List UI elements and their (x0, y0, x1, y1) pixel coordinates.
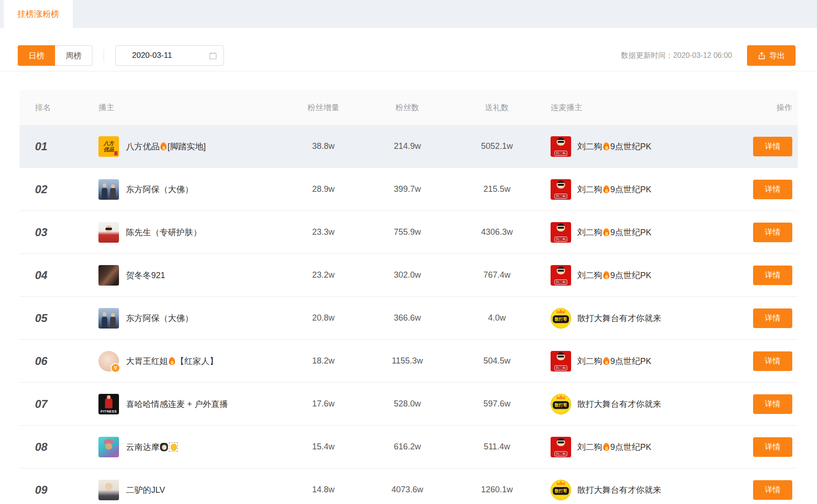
rank-number: 06 (20, 355, 81, 368)
table-row: 06 V 大胃王红姐【红家人】 18.2w 1155.3w 504.5w 刘二狗… (20, 340, 798, 383)
link-host-name: 刘二狗9点世纪PK (577, 227, 651, 238)
avatar-label: 刘二狗 (555, 451, 567, 456)
link-host-name: 刘二狗9点世纪PK (577, 356, 651, 367)
text-segment: 大胃王红姐 (126, 356, 168, 367)
rank-number: 01 (20, 140, 81, 153)
gifts-value: 504.5w (449, 356, 545, 366)
fans-gain-value: 38.8w (281, 141, 365, 151)
detail-button[interactable]: 详情 (753, 394, 792, 414)
woman-emoji (160, 443, 168, 451)
link-host-avatar: 刘二狗 (551, 179, 571, 200)
avatar-label: 散打哥 (553, 315, 569, 323)
export-button[interactable]: 导出 (747, 45, 796, 66)
gifts-value: 511.4w (449, 442, 545, 452)
detail-button[interactable]: 详情 (753, 266, 792, 285)
fire-emoji (603, 142, 609, 150)
text-segment: 东方阿保（大佛） (126, 313, 193, 324)
controls-bar: 日榜 周榜 2020-03-11 数据更新时间：2020-03-12 06:00 (18, 45, 796, 66)
export-label: 导出 (769, 50, 785, 61)
rank-number: 02 (20, 183, 81, 196)
fire-emoji (603, 357, 609, 365)
avatar-label: 刘二狗 (555, 151, 567, 156)
detail-button[interactable]: 详情 (753, 308, 792, 328)
host-avatar: FITNESS (98, 394, 119, 414)
detail-button[interactable]: 详情 (753, 437, 792, 457)
daily-rank-button[interactable]: 日榜 (18, 45, 55, 66)
avatar-label: FITNESS (98, 409, 119, 413)
text-segment: 刘二狗 (577, 270, 602, 281)
fire-emoji (603, 185, 609, 193)
link-host-avatar: 刘二狗 (551, 265, 571, 286)
avatar-label: 刘二狗 (555, 280, 567, 285)
gifts-value: 4.0w (449, 313, 545, 323)
host-name: 东方阿保（大佛） (126, 184, 193, 195)
table-row: 05 东方阿保（大佛） 20.8w 366.6w 4.0w 散打哥 散打大舞台有… (20, 297, 798, 340)
table-row: 07 FITNESS 喜哈哈情感连麦 + 户外直播 17.6w 528.0w 5… (20, 383, 798, 426)
link-host-name: 刘二狗9点世纪PK (577, 441, 651, 453)
rank-number: 05 (20, 312, 81, 325)
host-name: 八方优品[脚踏实地] (126, 141, 206, 152)
fans-gain-value: 23.2w (281, 270, 365, 280)
gifts-value: 1260.1w (449, 485, 545, 495)
text-segment: 二驴的JLV (126, 484, 165, 496)
detail-button[interactable]: 详情 (753, 180, 792, 199)
text-segment: 9点世纪PK (610, 141, 651, 152)
ranking-table: 排名 播主 粉丝增量 粉丝数 送礼数 连麦播主 操作 01 八方优品 八方优品[… (20, 90, 798, 504)
fans-gain-value: 15.4w (281, 442, 365, 452)
host-name: 喜哈哈情感连麦 + 户外直播 (126, 399, 228, 410)
text-segment: 散打大舞台有才你就来 (577, 313, 661, 324)
table-header-row: 排名 播主 粉丝增量 粉丝数 送礼数 连麦播主 操作 (20, 90, 798, 125)
detail-button[interactable]: 详情 (753, 223, 792, 242)
link-host-name: 刘二狗9点世纪PK (577, 184, 651, 195)
host-avatar: 八方优品 (98, 136, 119, 157)
fans-count-value: 528.0w (365, 399, 449, 409)
table-body: 01 八方优品 八方优品[脚踏实地] 38.8w 214.9w 5052.1w … (20, 125, 798, 504)
text-segment: 八方优品 (126, 141, 160, 152)
text-segment: 陈先生（专研护肤） (126, 227, 202, 238)
table-row: 08 云南达摩 15.4w 616.2w 511.4w 刘二狗 刘二狗9点世纪P… (20, 426, 798, 469)
vertical-divider (104, 49, 104, 62)
link-host-avatar: 散打哥 (551, 308, 571, 329)
fans-count-value: 755.9w (365, 227, 449, 237)
weekly-rank-button[interactable]: 周榜 (55, 45, 92, 66)
update-time: 数据更新时间：2020-03-12 06:00 (621, 51, 732, 61)
text-segment: 刘二狗 (577, 141, 602, 152)
avatar-label: 八方优品 (102, 140, 116, 153)
host-avatar (98, 480, 119, 500)
text-segment: 贺冬冬921 (126, 270, 165, 281)
rank-number: 04 (20, 269, 81, 282)
detail-button[interactable]: 详情 (753, 137, 792, 156)
header-gifts: 送礼数 (449, 102, 545, 113)
host-avatar (98, 437, 119, 457)
text-segment: 刘二狗 (577, 441, 602, 453)
header-rank: 排名 (20, 102, 81, 113)
table-row: 01 八方优品 八方优品[脚踏实地] 38.8w 214.9w 5052.1w … (20, 125, 798, 168)
text-segment: 9点世纪PK (610, 270, 651, 281)
detail-button[interactable]: 详情 (753, 480, 792, 500)
gifts-value: 5052.1w (449, 141, 545, 151)
header-fans-count: 粉丝数 (365, 102, 449, 113)
table-row: 09 二驴的JLV 14.8w 4073.6w 1260.1w 散打哥 散打大舞… (20, 469, 798, 504)
table-row: 03 陈先生（专研护肤） 23.3w 755.9w 4306.3w 刘二狗 刘二… (20, 211, 798, 254)
header-action: 操作 (731, 102, 798, 113)
text-segment: 【红家人】 (176, 356, 218, 367)
date-picker[interactable]: 2020-03-11 (115, 45, 224, 66)
host-name: 东方阿保（大佛） (126, 313, 193, 324)
placeholder-emoji (169, 442, 178, 452)
table-row: 02 东方阿保（大佛） 28.9w 399.7w 215.5w 刘二狗 刘二狗9… (20, 168, 798, 211)
calendar-icon (209, 52, 217, 60)
link-host-name: 刘二狗9点世纪PK (577, 141, 651, 152)
host-avatar: V (98, 351, 119, 371)
fans-count-value: 616.2w (365, 442, 449, 452)
rank-number: 07 (20, 398, 81, 411)
text-segment: 喜哈哈情感连麦 + 户外直播 (126, 399, 228, 410)
host-name: 二驴的JLV (126, 484, 165, 496)
fans-gain-value: 14.8w (281, 485, 365, 495)
fans-count-value: 4073.6w (365, 485, 449, 495)
host-avatar (98, 179, 119, 200)
detail-button[interactable]: 详情 (753, 351, 792, 371)
fire-emoji (603, 271, 609, 279)
header-host: 播主 (81, 102, 281, 113)
tab-fan-growth-ranking[interactable]: 挂榜涨粉榜 (4, 0, 73, 28)
fans-count-value: 214.9w (365, 141, 449, 151)
